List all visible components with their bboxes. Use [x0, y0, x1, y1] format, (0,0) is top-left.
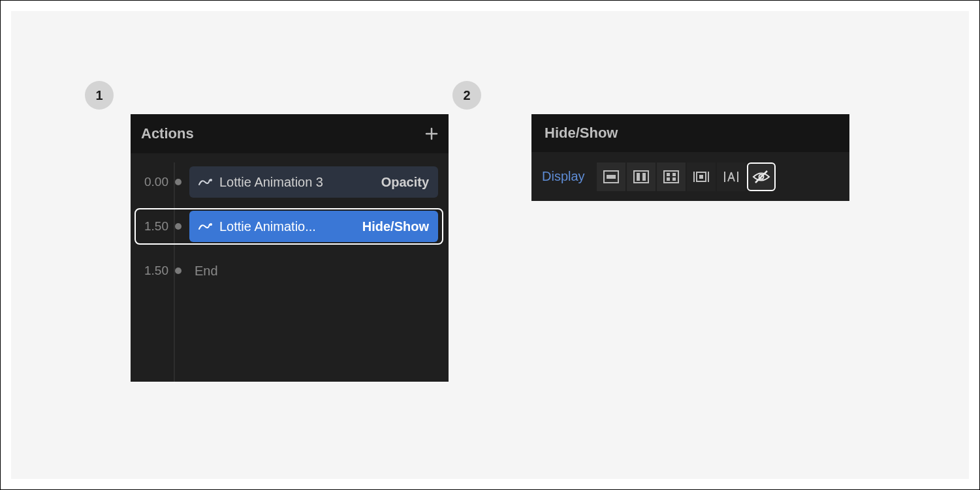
- display-option-block[interactable]: [597, 162, 625, 191]
- display-mode-segmented: [597, 162, 776, 191]
- inline-block-icon: [693, 170, 710, 183]
- timeline-dot: [175, 223, 182, 230]
- timeline-row[interactable]: 0.00 Lottie Animation 3 Opacity: [131, 162, 449, 202]
- actions-panel-header: Actions: [131, 114, 449, 153]
- timeline-dot: [175, 268, 182, 274]
- lottie-icon: [198, 222, 213, 231]
- display-option-flex[interactable]: [627, 162, 656, 191]
- action-element-name: Lottie Animation 3: [219, 175, 375, 190]
- hideshow-panel-title: Hide/Show: [545, 125, 618, 142]
- timeline-end-label: End: [189, 264, 218, 279]
- svg-rect-11: [672, 177, 676, 181]
- svg-rect-4: [634, 171, 648, 183]
- timeline-time: 0.00: [138, 175, 168, 189]
- action-chip-hideshow[interactable]: Lottie Animatio... Hide/Show: [189, 211, 438, 242]
- display-option-none[interactable]: [747, 162, 776, 191]
- timeline-time: 1.50: [138, 219, 168, 234]
- display-option-grid[interactable]: [657, 162, 686, 191]
- display-option-inline-block[interactable]: [687, 162, 716, 191]
- grid-icon: [663, 170, 679, 183]
- inline-icon: [723, 170, 740, 183]
- block-icon: [603, 170, 619, 183]
- actions-timeline: 0.00 Lottie Animation 3 Opacity 1.50: [131, 153, 449, 382]
- action-type: Opacity: [381, 175, 429, 190]
- hideshow-panel-header: Hide/Show: [531, 114, 849, 152]
- svg-rect-7: [664, 171, 678, 183]
- svg-rect-15: [699, 175, 703, 179]
- svg-rect-5: [637, 173, 640, 181]
- step-number: 1: [95, 88, 103, 103]
- step-badge-2: 2: [452, 81, 481, 110]
- svg-point-1: [210, 223, 212, 226]
- hidden-eye-icon: [752, 170, 770, 184]
- step-number: 2: [463, 88, 470, 103]
- hideshow-panel: Hide/Show Display: [531, 114, 849, 201]
- action-type: Hide/Show: [362, 219, 429, 234]
- timeline-row-end[interactable]: 1.50 End: [131, 251, 449, 290]
- add-action-button[interactable]: [425, 123, 438, 145]
- actions-panel-title: Actions: [141, 125, 194, 142]
- svg-rect-6: [642, 173, 646, 181]
- timeline-row-selected[interactable]: 1.50 Lottie Animatio... Hide/Show: [131, 207, 449, 246]
- step-badge-1: 1: [85, 81, 114, 110]
- display-label: Display: [542, 169, 585, 184]
- actions-panel: Actions 0.00 Lottie Animation 3 Opacity: [131, 114, 449, 382]
- svg-rect-9: [672, 173, 676, 176]
- svg-point-0: [210, 179, 212, 181]
- svg-rect-10: [667, 177, 670, 181]
- display-option-inline[interactable]: [717, 162, 746, 191]
- plus-icon: [425, 127, 438, 140]
- action-chip-opacity[interactable]: Lottie Animation 3 Opacity: [189, 166, 438, 198]
- hideshow-panel-body: Display: [531, 152, 849, 201]
- flex-icon: [633, 170, 649, 183]
- lottie-icon: [198, 177, 213, 187]
- timeline-dot: [175, 179, 182, 185]
- svg-rect-3: [607, 175, 616, 179]
- action-element-name: Lottie Animatio...: [219, 219, 356, 234]
- svg-rect-8: [667, 173, 670, 176]
- timeline-time: 1.50: [138, 264, 168, 278]
